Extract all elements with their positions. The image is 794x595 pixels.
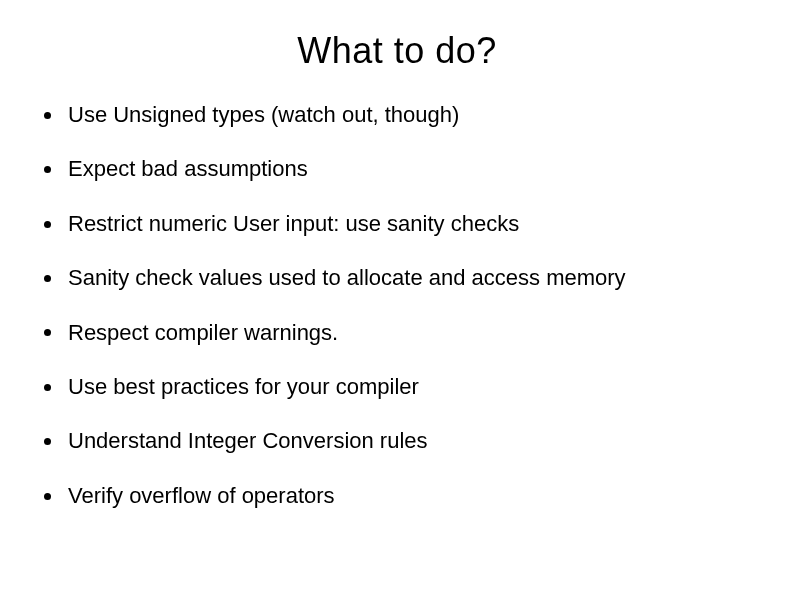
bullet-list: Use Unsigned types (watch out, though) E…: [30, 102, 764, 509]
list-item: Understand Integer Conversion rules: [40, 428, 764, 454]
list-item: Use best practices for your compiler: [40, 374, 764, 400]
list-item: Restrict numeric User input: use sanity …: [40, 211, 764, 237]
list-item: Sanity check values used to allocate and…: [40, 265, 764, 291]
list-item: Expect bad assumptions: [40, 156, 764, 182]
slide: What to do? Use Unsigned types (watch ou…: [0, 0, 794, 595]
list-item: Verify overflow of operators: [40, 483, 764, 509]
list-item: Respect compiler warnings.: [40, 320, 764, 346]
list-item: Use Unsigned types (watch out, though): [40, 102, 764, 128]
slide-title: What to do?: [30, 30, 764, 72]
